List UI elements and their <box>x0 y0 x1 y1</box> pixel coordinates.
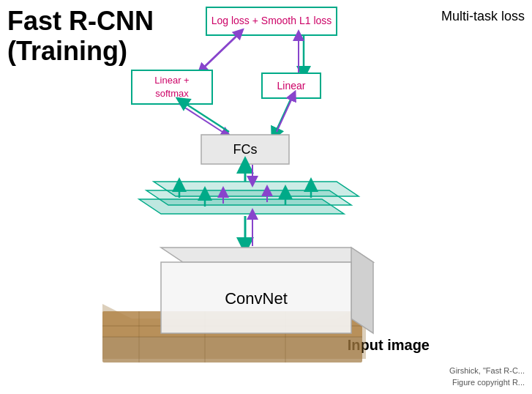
multi-task-label: Multi-task loss <box>441 9 525 24</box>
diagram: Log loss + Smooth L1 loss Linear + softm… <box>95 0 446 394</box>
svg-marker-17 <box>154 182 359 196</box>
svg-text:Log loss + Smooth L1 loss: Log loss + Smooth L1 loss <box>211 15 332 26</box>
svg-marker-18 <box>146 190 351 205</box>
svg-rect-6 <box>132 70 212 104</box>
svg-text:ConvNet: ConvNet <box>225 289 288 308</box>
svg-text:Linear +: Linear + <box>154 75 189 86</box>
svg-marker-38 <box>161 248 373 262</box>
svg-marker-39 <box>351 248 373 333</box>
svg-rect-31 <box>102 311 362 363</box>
svg-text:Linear: Linear <box>277 80 306 92</box>
svg-rect-32 <box>102 311 362 337</box>
svg-line-13 <box>274 98 291 135</box>
citation: Girshick, "Fast R-C... Figure copyright … <box>449 365 525 388</box>
svg-rect-0 <box>206 7 337 35</box>
svg-rect-15 <box>201 135 289 164</box>
svg-line-12 <box>181 101 229 132</box>
svg-rect-9 <box>262 73 321 98</box>
svg-text:softmax: softmax <box>155 88 189 99</box>
svg-line-14 <box>277 95 293 132</box>
svg-line-11 <box>179 104 227 135</box>
svg-line-3 <box>203 32 240 67</box>
svg-text:FCs: FCs <box>233 142 258 157</box>
svg-line-2 <box>201 35 238 70</box>
svg-marker-30 <box>102 304 366 359</box>
svg-rect-40 <box>161 262 351 333</box>
svg-marker-19 <box>139 199 344 214</box>
